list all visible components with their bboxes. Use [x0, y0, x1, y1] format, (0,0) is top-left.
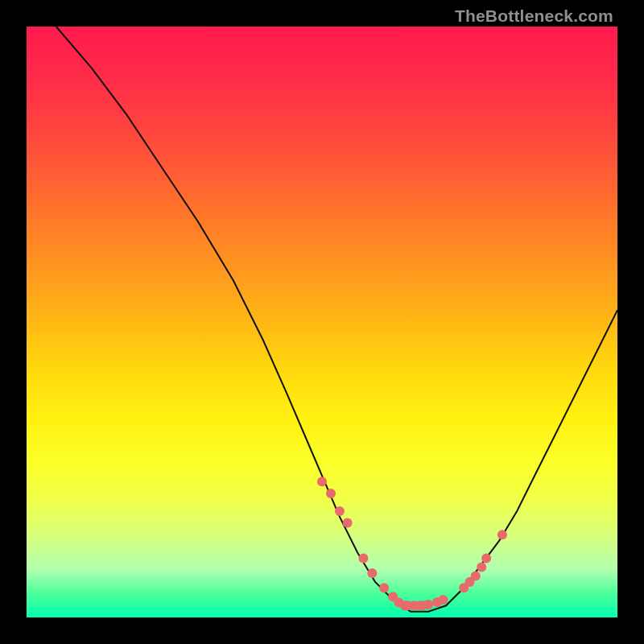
chart-frame: TheBottleneck.com — [0, 0, 644, 644]
highlight-marker — [343, 518, 353, 528]
highlight-marker — [471, 572, 481, 581]
plot-area — [27, 27, 617, 617]
chart-svg — [27, 27, 617, 617]
highlight-marker — [326, 489, 336, 498]
highlight-marker — [379, 583, 389, 592]
highlight-marker — [367, 568, 377, 578]
highlight-marker — [358, 554, 368, 564]
bottleneck-curve — [56, 27, 617, 612]
watermark-text: TheBottleneck.com — [455, 6, 613, 26]
highlight-marker — [497, 530, 507, 539]
highlight-marker — [335, 506, 345, 516]
highlight-marker — [423, 600, 433, 609]
highlight-marker — [477, 563, 486, 572]
highlight-marker — [481, 554, 491, 564]
marker-group — [317, 477, 507, 610]
highlight-marker — [317, 477, 327, 486]
highlight-marker — [439, 595, 448, 605]
